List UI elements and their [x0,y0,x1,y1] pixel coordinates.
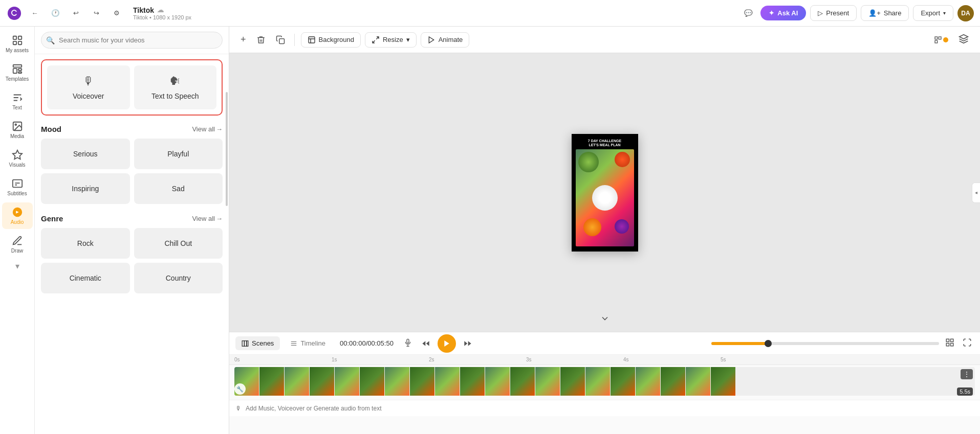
fast-forward-button[interactable] [460,336,475,351]
mood-view-all[interactable]: View all → [192,125,223,133]
clip-thumb-14 [560,367,585,396]
redo-button[interactable]: ↪ [88,5,104,21]
scenes-tab[interactable]: Scenes [235,336,280,350]
brand-kit-icon [934,36,948,44]
add-audio-label: Add Music, Voiceover or Generate audio f… [246,405,381,412]
canvas-toolbar: + Background Resize ▾ Animate [229,27,980,53]
history-button[interactable]: 🕐 [47,5,63,21]
svg-rect-8 [18,72,21,74]
food-orange [583,218,601,236]
add-element-button[interactable]: + [237,31,249,48]
duplicate-button[interactable] [273,32,288,48]
clip-thumb-4 [310,367,334,396]
sidebar-item-audio[interactable]: Audio [2,202,33,229]
resize-button[interactable]: Resize ▾ [365,32,417,48]
grid-icon [12,35,23,46]
audio-options-box: 🎙 Voiceover 🗣 Text to Speech [41,59,223,116]
layers-button[interactable] [955,31,972,49]
undo-button[interactable]: ↩ [68,5,84,21]
svg-rect-14 [279,38,284,43]
svg-marker-30 [426,341,429,346]
clip-thumb-18 [661,367,685,396]
rewind-button[interactable] [418,336,433,351]
mood-serious[interactable]: Serious [41,139,130,169]
svg-rect-22 [247,340,248,346]
genre-country[interactable]: Country [134,263,223,293]
timeline-tab-label: Timeline [300,339,325,347]
collapse-icon: ◂ [975,190,977,195]
svg-rect-34 [946,339,949,341]
comment-button[interactable]: 💬 [740,5,756,21]
panel-search-area: 🔍 [35,27,229,54]
sidebar-item-my-assets[interactable]: My assets [2,31,33,57]
sidebar-scroll-down[interactable]: ▾ [11,260,24,272]
tiktok-canvas[interactable]: 7 DAY CHALLENGE LET'S MEAL PLAN [572,134,638,252]
sidebar-item-visuals[interactable]: Visuals [2,145,33,172]
copy-icon [276,35,285,44]
genre-rock[interactable]: Rock [41,228,130,259]
delete-button[interactable] [253,32,269,48]
genre-view-all[interactable]: View all → [192,215,223,222]
resize-dropdown-icon: ▾ [406,36,410,43]
mood-playful[interactable]: Playful [134,139,223,169]
svg-marker-11 [12,150,21,159]
ask-ai-label: Ask AI [777,9,798,17]
genre-chill-out[interactable]: Chill Out [134,228,223,259]
genre-grid: Rock Chill Out Cinematic Country [41,228,223,293]
audio-icon [12,207,23,218]
voiceover-option[interactable]: 🎙 Voiceover [47,65,130,109]
svg-rect-15 [309,37,315,43]
mood-section-header: Mood View all → [41,125,223,133]
text-to-speech-option[interactable]: 🗣 Text to Speech [134,65,217,109]
sidebar-item-draw[interactable]: Draw [2,231,33,258]
avatar[interactable]: DA [957,5,974,21]
challenge-title: 7 DAY CHALLENGE LET'S MEAL PLAN [588,139,621,148]
add-audio-bar[interactable]: 🎙 Add Music, Voiceover or Generate audio… [229,400,980,416]
settings-button[interactable]: ⚙ [108,5,125,21]
svg-rect-18 [935,40,938,43]
clip-start-button[interactable]: 🔧 [234,383,246,395]
sidebar-item-subtitles[interactable]: Subtitles [2,174,33,200]
collapse-panel-button[interactable]: ◂ [972,182,980,203]
svg-marker-33 [464,341,467,346]
clip-thumb-11 [485,367,510,396]
sidebar-item-media[interactable]: Media [2,117,33,143]
timeline-clip[interactable] [234,367,975,396]
progress-thumb[interactable] [765,340,772,347]
ask-ai-button[interactable]: ✦ Ask AI [760,6,806,20]
present-label: Present [826,9,849,17]
svg-rect-4 [18,41,21,44]
sidebar-item-templates[interactable]: Templates [2,59,33,86]
food-image-area [576,149,634,246]
background-button[interactable]: Background [301,32,361,48]
animate-button[interactable]: Animate [421,32,470,48]
mood-inspiring[interactable]: Inspiring [41,173,130,204]
record-button[interactable] [402,336,414,350]
clip-thumb-12 [510,367,535,396]
sidebar-item-text[interactable]: Text [2,88,33,115]
grid-view-icon [945,338,954,347]
brand-kit-button[interactable] [931,33,951,47]
export-button[interactable]: Export ▾ [913,5,953,21]
play-button[interactable] [438,334,456,353]
timeline-tab[interactable]: Timeline [284,336,332,350]
search-input[interactable] [41,32,223,49]
mood-sad[interactable]: Sad [134,173,223,204]
clip-thumb-17 [636,367,660,396]
grid-view-button[interactable] [943,336,956,351]
back-button[interactable]: ← [27,5,43,21]
panel-scrollbar[interactable] [226,92,228,206]
genre-view-all-label: View all [192,215,215,222]
fullscreen-button[interactable] [961,336,974,351]
clip-thumb-16 [611,367,635,396]
genre-cinematic[interactable]: Cinematic [41,263,130,293]
share-button[interactable]: 👤+ Share [861,5,909,21]
clip-duration-badge: 5.5s [957,387,973,396]
timeline-more-button[interactable]: ⋮ [961,369,973,379]
present-button[interactable]: ▷ Present [810,5,857,21]
current-time: 00:00:00 [340,339,366,347]
progress-bar[interactable] [711,342,939,345]
search-wrap: 🔍 [41,32,223,49]
brand-color-dot [943,37,948,42]
canvas-viewport[interactable]: 7 DAY CHALLENGE LET'S MEAL PLAN ◂ [229,53,980,332]
